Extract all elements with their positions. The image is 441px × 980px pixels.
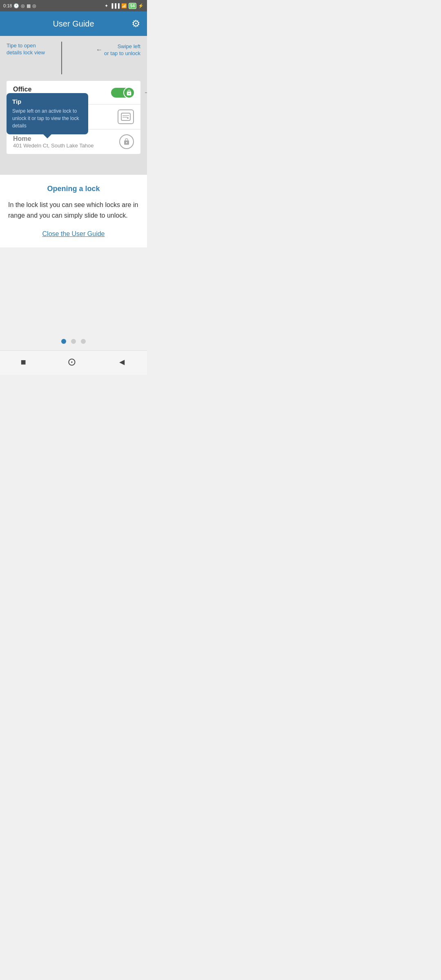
wifi-icon: 📶 bbox=[121, 3, 127, 9]
swipe-text: Swipe leftor tap to unlock bbox=[104, 43, 140, 57]
header: User Guide ⚙ bbox=[0, 11, 147, 36]
nav-bar: ■ ⊙ ◄ bbox=[0, 350, 147, 375]
status-icon-at: ◎ bbox=[32, 3, 36, 9]
settings-icon[interactable]: ⚙ bbox=[131, 18, 140, 29]
status-icon-clock: 🕐 bbox=[13, 3, 19, 9]
lock-name-1: Office bbox=[13, 86, 62, 93]
nav-stop-button[interactable]: ■ bbox=[20, 357, 26, 368]
arrow-left-icon: ← bbox=[96, 46, 102, 54]
illustration-area: Tipe to open details lock view ← Swipe l… bbox=[0, 36, 147, 175]
charging-icon: ⚡ bbox=[138, 3, 144, 9]
page-dots bbox=[0, 329, 147, 350]
battery-indicator: 54 bbox=[129, 3, 136, 9]
wall-reader-icon bbox=[118, 109, 134, 124]
annotation-swipe-label: ← Swipe leftor tap to unlock bbox=[96, 42, 140, 57]
annotation-open-label: Tipe to open details lock view bbox=[7, 42, 45, 56]
bluetooth-icon: ✦ bbox=[105, 3, 108, 9]
toggle-container[interactable] bbox=[111, 88, 134, 98]
svg-rect-0 bbox=[121, 113, 130, 120]
lock-address-3: 401 Wedeln Ct, South Lake Tahoe bbox=[13, 143, 94, 149]
page-title: User Guide bbox=[53, 19, 94, 29]
lock-info-3: Home 401 Wedeln Ct, South Lake Tahoe bbox=[13, 135, 94, 149]
page-dot-2[interactable] bbox=[71, 339, 76, 344]
section-body: In the lock list you can see which locks… bbox=[8, 200, 139, 220]
tooltip-text: Swipe left on an active lock to unlock i… bbox=[12, 107, 82, 129]
page-dot-1[interactable] bbox=[61, 339, 66, 344]
close-user-guide-link[interactable]: Close the User Guide bbox=[8, 230, 139, 238]
status-icon-circle: ◎ bbox=[21, 3, 25, 9]
annotation-lock: Lock bbox=[145, 89, 147, 96]
gray-spacer bbox=[0, 247, 147, 329]
page-dot-3[interactable] bbox=[81, 339, 86, 344]
nav-back-button[interactable]: ◄ bbox=[118, 357, 127, 368]
nav-home-button[interactable]: ⊙ bbox=[67, 356, 76, 368]
section-title: Opening a lock bbox=[8, 185, 139, 193]
toggle-thumb bbox=[123, 87, 135, 98]
lock-icon-inactive bbox=[119, 134, 134, 149]
status-icon-calendar: ▦ bbox=[27, 3, 31, 9]
status-right: ✦ ▐▐▐ 📶 54 ⚡ bbox=[105, 3, 144, 9]
lock-name-3: Home bbox=[13, 135, 94, 143]
tooltip: Tip Swipe left on an active lock to unlo… bbox=[7, 93, 88, 134]
status-time: 0:18 bbox=[3, 3, 12, 8]
toggle-track[interactable] bbox=[111, 88, 134, 98]
status-left: 0:18 🕐 ◎ ▦ ◎ bbox=[3, 3, 36, 9]
content-section: Opening a lock In the lock list you can … bbox=[0, 175, 147, 247]
status-bar: 0:18 🕐 ◎ ▦ ◎ ✦ ▐▐▐ 📶 54 ⚡ bbox=[0, 0, 147, 11]
tooltip-title: Tip bbox=[12, 98, 82, 105]
svg-point-3 bbox=[127, 117, 129, 119]
signal-icon: ▐▐▐ bbox=[110, 3, 119, 8]
annotation-bracket bbox=[61, 42, 62, 74]
